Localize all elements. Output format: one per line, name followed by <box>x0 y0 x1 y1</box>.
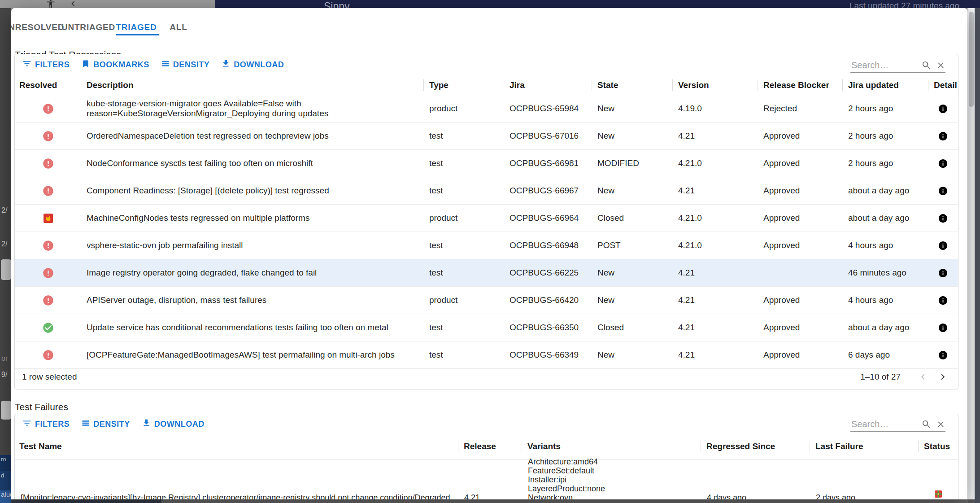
release-blocker-cell: Approved <box>758 314 843 341</box>
details-cell <box>928 287 957 314</box>
pagination: 1–10 of 27 <box>860 368 958 386</box>
column-header-regressed-since[interactable]: Regressed Since <box>701 434 810 459</box>
description-text: Image registry operator going degraded, … <box>87 268 317 278</box>
description-cell: Image registry operator going degraded, … <box>81 259 424 286</box>
page-scrollbar[interactable] <box>967 8 975 503</box>
table-row[interactable]: Component Readiness: [Storage] [(delete … <box>15 177 958 205</box>
table-row[interactable]: kube-storage-version-migrator goes Avail… <box>15 95 958 122</box>
filters-button[interactable]: FILTERS <box>22 418 70 430</box>
info-icon[interactable] <box>938 241 948 251</box>
column-header-release[interactable]: Release <box>458 434 522 459</box>
column-header-jira-updated[interactable]: Jira updated <box>843 75 928 95</box>
jira-cell: OCPBUGS-65984 <box>504 95 592 122</box>
column-header-release-blocker[interactable]: Release Blocker <box>758 75 843 95</box>
version-cell: 4.21 <box>673 314 758 341</box>
column-header-description[interactable]: Description <box>81 75 424 95</box>
state-cell: POST <box>592 232 673 259</box>
clear-search-icon[interactable] <box>936 420 945 429</box>
previous-page-button[interactable] <box>914 368 932 386</box>
filters-button[interactable]: FILTERS <box>22 59 70 71</box>
density-label: DENSITY <box>173 60 210 70</box>
regressions-search <box>850 58 945 73</box>
search-input[interactable] <box>850 60 917 71</box>
column-header-type[interactable]: Type <box>424 75 504 95</box>
clear-search-icon[interactable] <box>936 61 945 70</box>
column-header-resolved[interactable]: Resolved <box>15 75 81 95</box>
screen: { "backdrop": { "app_title": "Sippy", "l… <box>0 0 980 503</box>
info-icon[interactable] <box>938 104 948 114</box>
fire-icon <box>44 214 53 223</box>
column-header-version[interactable]: Version <box>673 75 758 95</box>
accessibility-icon <box>46 0 56 8</box>
status-regression-icon <box>935 490 942 499</box>
column-header-variants[interactable]: Variants <box>522 434 701 459</box>
background-drawer-header <box>0 0 215 8</box>
jira-cell: OCPBUGS-66350 <box>504 314 592 341</box>
table-row[interactable]: Image registry operator going degraded, … <box>15 259 958 287</box>
resolved-cell <box>15 122 81 149</box>
jira-cell: OCPBUGS-66225 <box>504 259 592 286</box>
selected-count: 1 row selected <box>15 372 860 382</box>
scrollbar-thumb[interactable] <box>969 12 974 107</box>
table-row[interactable]: OrderedNamespaceDeletion test regressed … <box>15 122 958 150</box>
tab-triaged[interactable]: TRIAGED <box>116 22 157 32</box>
download-button[interactable]: DOWNLOAD <box>142 418 205 430</box>
info-icon[interactable] <box>938 131 948 141</box>
success-icon <box>42 322 54 334</box>
info-icon[interactable] <box>938 350 948 360</box>
tab-all[interactable]: ALL <box>170 22 187 32</box>
error-icon <box>42 294 54 306</box>
bookmark-icon <box>81 59 90 70</box>
bg-fragment: 2/ <box>1 206 7 214</box>
bg-fragment: or <box>1 354 8 363</box>
column-header-test-name[interactable]: Test Name <box>15 434 458 459</box>
density-label: DENSITY <box>93 420 130 429</box>
chevron-left-icon <box>68 0 78 8</box>
jira-updated-cell: about a day ago <box>843 177 928 204</box>
version-cell: 4.21.0 <box>673 232 758 259</box>
table-row[interactable]: vsphere-static-ovn job permafailing inst… <box>15 232 958 259</box>
type-cell: test <box>424 150 504 177</box>
table-row[interactable]: Update service has conditional recommend… <box>15 314 958 341</box>
description-text: kube-storage-version-migrator goes Avail… <box>87 99 424 118</box>
failures-table-card: FILTERS DENSITY DOWNLOAD Test NameReleas… <box>14 414 958 499</box>
bookmarks-button[interactable]: BOOKMARKS <box>81 59 149 70</box>
tab-unresolved[interactable]: UNRESOLVED <box>11 22 64 32</box>
search-icon[interactable] <box>921 419 932 429</box>
state-cell: New <box>592 259 673 286</box>
download-button[interactable]: DOWNLOAD <box>221 59 284 70</box>
info-icon[interactable] <box>938 158 948 169</box>
info-icon[interactable] <box>938 295 948 306</box>
background-page-sliver: 2/ 2/ or 9/ ro d alude <box>0 8 11 503</box>
version-cell: 4.21 <box>673 259 758 286</box>
background-right-edge <box>975 8 980 503</box>
resolved-cell <box>15 205 81 232</box>
search-icon[interactable] <box>921 60 932 70</box>
next-page-button[interactable] <box>934 368 952 386</box>
column-header-status[interactable]: Status <box>919 434 957 459</box>
details-cell <box>928 177 957 204</box>
details-cell <box>928 259 957 286</box>
density-button[interactable]: DENSITY <box>81 419 130 430</box>
regressions-rows: kube-storage-version-migrator goes Avail… <box>15 95 958 369</box>
column-header-jira[interactable]: Jira <box>504 75 592 95</box>
info-icon[interactable] <box>938 186 948 196</box>
column-header-last-failure[interactable]: Last Failure <box>810 434 919 459</box>
table-row[interactable]: APIServer outage, disruption, mass test … <box>15 287 958 314</box>
state-cell: New <box>592 122 673 149</box>
info-icon[interactable] <box>938 323 948 333</box>
table-row[interactable]: MachineConfigNodes tests regressed on mu… <box>15 205 958 232</box>
info-icon[interactable] <box>938 268 948 278</box>
info-icon[interactable] <box>938 213 948 223</box>
density-button[interactable]: DENSITY <box>161 59 210 70</box>
variant-line: LayeredProduct:none <box>528 484 605 493</box>
download-icon <box>221 59 231 70</box>
column-header-state[interactable]: State <box>592 75 673 95</box>
column-header-details[interactable]: Details <box>928 75 957 95</box>
resolved-cell <box>15 177 81 204</box>
release-blocker-cell: Approved <box>758 150 843 177</box>
search-input[interactable] <box>850 419 917 430</box>
tab-untriaged[interactable]: UNTRIAGED <box>61 22 115 32</box>
table-row[interactable]: NodeConformance sysctls test failing too… <box>15 150 958 177</box>
state-cell: Closed <box>592 205 673 232</box>
